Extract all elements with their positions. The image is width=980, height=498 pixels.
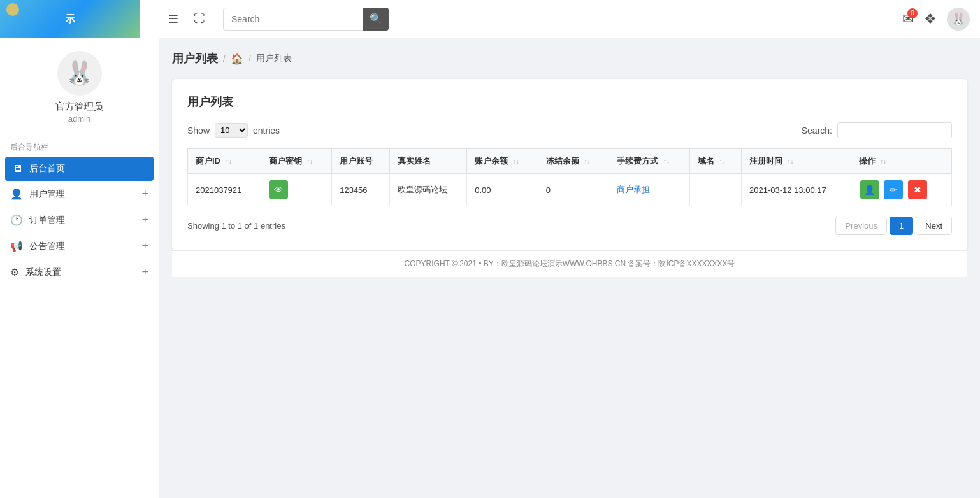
menu-toggle-button[interactable]: ☰ <box>163 10 184 29</box>
header-right: ✉ 0 ❖ 🐰 <box>902 8 970 31</box>
action-delete-button[interactable]: ✖ <box>908 180 927 199</box>
logo: 示 <box>0 0 140 38</box>
col-merchant-key: 商户密钥 ↑↓ <box>261 149 332 174</box>
expand-button[interactable]: ⛶ <box>189 10 210 28</box>
search-area: 🔍 <box>223 8 902 31</box>
col-frozen-balance: 冻结余额 ↑↓ <box>538 149 609 174</box>
search-icon: 🔍 <box>370 13 382 25</box>
view-key-button[interactable]: 👁 <box>269 180 288 199</box>
col-account: 用户账号 <box>332 149 390 174</box>
table-controls: Show 10 25 50 100 entries Search: <box>187 122 952 138</box>
header-icons: ☰ ⛶ <box>163 10 210 29</box>
settings-nav-icon: ⚙ <box>10 266 19 278</box>
notification-button[interactable]: ✉ 0 <box>902 11 914 27</box>
cell-account: 123456 <box>332 174 390 206</box>
sidebar-item-orders-label: 订单管理 <box>29 215 65 226</box>
cell-fee-method: 商户承担 <box>609 174 690 206</box>
nav-label: 后台导航栏 <box>0 134 159 157</box>
settings-expand-icon: + <box>141 266 148 279</box>
search-button[interactable]: 🔍 <box>363 8 389 31</box>
show-label: Show <box>187 125 210 136</box>
action-edit-button[interactable]: ✏ <box>884 180 903 199</box>
pagination-area: Showing 1 to 1 of 1 entries Previous 1 N… <box>187 217 952 235</box>
sidebar-item-announcements-label: 公告管理 <box>29 241 65 252</box>
breadcrumb-home-icon: 🏠 <box>231 53 243 65</box>
notification-badge: 0 <box>907 8 918 18</box>
cell-action: 👤 ✏ ✖ <box>851 174 951 206</box>
table-header-row: 商户ID ↑↓ 商户密钥 ↑↓ 用户账号 真实姓名 账户余额 ↑↓ 冻结余额 ↑… <box>188 149 952 174</box>
cell-domain <box>690 174 742 206</box>
cell-merchant-key: 👁 <box>261 174 332 206</box>
orders-nav-icon: 🕐 <box>10 214 23 226</box>
footer: COPYRIGHT © 2021 • BY：欧皇源码论坛演示WWW.OHBBS.… <box>172 250 967 277</box>
col-domain: 域名 ↑↓ <box>690 149 742 174</box>
user-list-card: 用户列表 Show 10 25 50 100 entries Search: <box>172 79 967 250</box>
page-1-button[interactable]: 1 <box>890 217 913 235</box>
col-real-name: 真实姓名 <box>389 149 466 174</box>
layout: 🐰 官方管理员 admin 后台导航栏 🖥 后台首页 👤 用户管理 + 🕐 订单… <box>0 38 980 498</box>
sidebar-item-settings[interactable]: ⚙ 系统设置 + <box>0 259 159 285</box>
avatar: 🐰 <box>57 51 102 96</box>
table-search: Search: <box>802 122 952 138</box>
col-fee-method: 手续费方式 ↑↓ <box>609 149 690 174</box>
entries-label: entries <box>253 125 280 136</box>
show-entries: Show 10 25 50 100 entries <box>187 123 280 138</box>
col-balance: 账户余额 ↑↓ <box>467 149 538 174</box>
sidebar-item-announcements[interactable]: 📢 公告管理 + <box>0 233 159 259</box>
next-button[interactable]: Next <box>916 217 952 235</box>
col-merchant-id: 商户ID ↑↓ <box>188 149 261 174</box>
action-add-button[interactable]: 👤 <box>860 180 879 199</box>
cell-register-time: 2021-03-12 13:00:17 <box>741 174 851 206</box>
expand-icon: ⛶ <box>194 12 205 25</box>
breadcrumb-title: 用户列表 <box>172 51 218 66</box>
card-title: 用户列表 <box>187 94 952 110</box>
users-expand-icon: + <box>141 187 148 201</box>
col-register-time: 注册时间 ↑↓ <box>741 149 851 174</box>
user-table: 商户ID ↑↓ 商户密钥 ↑↓ 用户账号 真实姓名 账户余额 ↑↓ 冻结余额 ↑… <box>187 148 952 206</box>
previous-button[interactable]: Previous <box>835 217 887 235</box>
breadcrumb: 用户列表 / 🏠 / 用户列表 <box>172 51 967 66</box>
sidebar-item-users[interactable]: 👤 用户管理 + <box>0 181 159 207</box>
main-content: 用户列表 / 🏠 / 用户列表 用户列表 Show 10 25 50 100 <box>159 38 980 498</box>
entries-select[interactable]: 10 25 50 100 <box>215 123 248 138</box>
table-row: 2021037921 👁 123456 欧皇源码论坛 0.00 0 商户承担 <box>188 174 952 206</box>
add-user-icon: 👤 <box>864 185 875 195</box>
cell-frozen-balance: 0 <box>538 174 609 206</box>
username: 官方管理员 <box>55 101 103 113</box>
eye-icon: 👁 <box>274 185 283 195</box>
cell-merchant-id: 2021037921 <box>188 174 261 206</box>
pagination-buttons: Previous 1 Next <box>835 217 952 235</box>
orders-expand-icon: + <box>141 213 148 227</box>
sidebar: 🐰 官方管理员 admin 后台导航栏 🖥 后台首页 👤 用户管理 + 🕐 订单… <box>0 38 159 498</box>
menu-icon: ☰ <box>168 12 178 26</box>
sidebar-item-settings-label: 系统设置 <box>25 267 61 278</box>
sidebar-item-orders[interactable]: 🕐 订单管理 + <box>0 207 159 233</box>
search-input[interactable] <box>223 8 363 31</box>
fee-method-link[interactable]: 商户承担 <box>617 185 650 194</box>
sidebar-item-home-label: 后台首页 <box>29 163 65 174</box>
search-label: Search: <box>802 125 832 136</box>
user-role: admin <box>68 114 90 124</box>
breadcrumb-current: 用户列表 <box>256 53 292 64</box>
apps-button[interactable]: ❖ <box>924 11 937 27</box>
pagination-info: Showing 1 to 1 of 1 entries <box>187 221 285 231</box>
avatar-icon: 🐰 <box>951 12 965 26</box>
top-header: 示 ☰ ⛶ 🔍 ✉ 0 ❖ 🐰 <box>0 0 980 38</box>
footer-text: COPYRIGHT © 2021 • BY：欧皇源码论坛演示WWW.OHBBS.… <box>405 259 735 268</box>
avatar-button[interactable]: 🐰 <box>947 8 970 31</box>
logo-text: 示 <box>65 13 75 26</box>
user-profile: 🐰 官方管理员 admin <box>0 38 159 134</box>
announcements-expand-icon: + <box>141 239 148 253</box>
cell-real-name: 欧皇源码论坛 <box>389 174 466 206</box>
apps-icon: ❖ <box>924 11 937 27</box>
col-action: 操作 ↑↓ <box>851 149 951 174</box>
sidebar-item-users-label: 用户管理 <box>29 189 65 200</box>
sidebar-item-home[interactable]: 🖥 后台首页 <box>5 157 154 181</box>
table-search-input[interactable] <box>837 122 952 138</box>
delete-icon: ✖ <box>914 185 921 195</box>
users-nav-icon: 👤 <box>10 188 23 200</box>
cell-balance: 0.00 <box>467 174 538 206</box>
announcements-nav-icon: 📢 <box>10 240 23 252</box>
edit-icon: ✏ <box>890 185 897 195</box>
home-nav-icon: 🖥 <box>13 163 23 174</box>
